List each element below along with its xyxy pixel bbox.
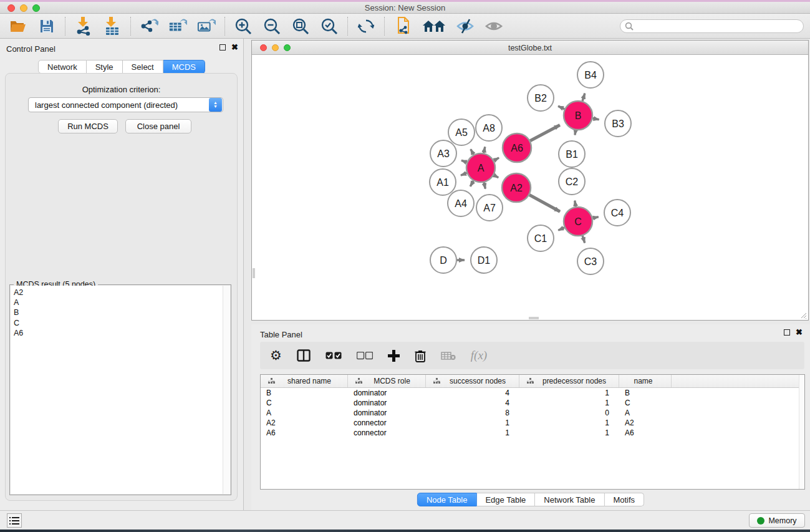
cell-MCDS-role[interactable]: dominator [348, 389, 426, 397]
edge-A-A6[interactable] [494, 158, 499, 160]
edge-A-A4[interactable] [470, 181, 473, 186]
edge-A-A3[interactable] [461, 160, 467, 162]
zoom-selected-icon[interactable] [320, 17, 339, 36]
column-view-icon[interactable] [297, 349, 311, 362]
column-header-MCDS-role[interactable]: MCDS role [348, 375, 426, 387]
cell-predecessor-nodes[interactable]: 1 [519, 389, 619, 397]
node-A1[interactable]: A1 [430, 169, 456, 195]
cell-name[interactable]: A2 [619, 418, 672, 427]
cell-name[interactable]: B [619, 389, 672, 397]
edge-A-A8[interactable] [484, 147, 485, 153]
import-network-icon[interactable] [74, 17, 93, 36]
import-table-icon[interactable] [103, 17, 122, 36]
cell-predecessor-nodes[interactable]: 1 [519, 399, 619, 407]
cell-MCDS-role[interactable]: connector [348, 428, 426, 437]
cell-predecessor-nodes[interactable]: 1 [519, 418, 619, 427]
criterion-select[interactable]: largest connected component (directed) ▲… [28, 97, 223, 112]
hide-unhide-icon[interactable] [456, 17, 475, 36]
edge-A2-C[interactable] [529, 195, 560, 211]
node-B[interactable]: B [564, 101, 592, 130]
node-A[interactable]: A [466, 153, 495, 182]
cell-predecessor-nodes[interactable]: 0 [519, 409, 619, 417]
tab-node-table[interactable]: Node Table [417, 493, 477, 506]
table-scrollbar[interactable] [799, 375, 804, 489]
tab-select[interactable]: Select [123, 60, 163, 74]
column-header-name[interactable]: name [619, 375, 672, 387]
tab-motifs[interactable]: Motifs [604, 493, 644, 506]
node-A7[interactable]: A7 [476, 195, 503, 221]
delete-column-icon[interactable] [415, 349, 426, 362]
mcds-result-list[interactable]: A2ABCA6 [11, 286, 223, 494]
float-panel-icon[interactable] [219, 44, 226, 51]
export-network-icon[interactable] [140, 17, 158, 36]
edge-B-B2[interactable] [558, 106, 564, 109]
table-row[interactable]: Adominator80A [261, 408, 804, 418]
node-D[interactable]: D [430, 247, 456, 273]
node-B1[interactable]: B1 [559, 141, 585, 167]
save-session-icon[interactable] [37, 17, 56, 36]
tab-mcds[interactable]: MCDS [163, 60, 205, 74]
cell-name[interactable]: C [619, 399, 672, 407]
node-B2[interactable]: B2 [528, 85, 554, 111]
result-item[interactable]: A [14, 297, 223, 307]
node-C4[interactable]: C4 [604, 200, 630, 226]
node-A5[interactable]: A5 [448, 119, 475, 145]
cell-successor-nodes[interactable]: 8 [426, 409, 519, 417]
cell-shared-name[interactable]: A2 [261, 418, 348, 427]
edge-B-B1[interactable] [575, 130, 576, 135]
cell-shared-name[interactable]: A6 [261, 428, 348, 437]
zoom-in-icon[interactable] [234, 17, 253, 36]
column-header-predecessor-nodes[interactable]: predecessor nodes [519, 375, 619, 387]
close-table-panel-icon[interactable]: ✖ [796, 329, 803, 336]
search-input[interactable] [620, 19, 804, 33]
cell-MCDS-role[interactable]: dominator [348, 399, 426, 407]
node-C1[interactable]: C1 [528, 225, 554, 251]
edge-B-B4[interactable] [582, 94, 585, 101]
cell-successor-nodes[interactable]: 1 [426, 418, 519, 427]
cell-predecessor-nodes[interactable]: 1 [519, 428, 619, 437]
home-levels-icon[interactable] [422, 17, 446, 36]
node-D1[interactable]: D1 [471, 247, 497, 273]
edge-C-C1[interactable] [558, 228, 564, 230]
open-session-icon[interactable] [9, 17, 27, 36]
node-A6[interactable]: A6 [503, 133, 531, 162]
run-mcds-button[interactable]: Run MCDS [58, 119, 118, 133]
column-header-successor-nodes[interactable]: successor nodes [426, 375, 519, 387]
result-item[interactable]: C [14, 318, 223, 328]
close-panel-icon[interactable]: ✖ [231, 44, 238, 51]
tab-network-table[interactable]: Network Table [535, 493, 604, 506]
zoom-out-icon[interactable] [263, 17, 281, 36]
canvas-vscroll-nub[interactable] [253, 268, 255, 278]
node-B3[interactable]: B3 [605, 110, 631, 137]
node-A2[interactable]: A2 [502, 173, 531, 202]
zoom-fit-icon[interactable] [291, 17, 310, 36]
edge-A-A1[interactable] [461, 173, 467, 175]
node-A3[interactable]: A3 [430, 140, 456, 167]
edge-A-A7[interactable] [484, 182, 485, 188]
refresh-layout-icon[interactable] [357, 17, 375, 36]
select-all-columns-icon[interactable] [325, 352, 342, 360]
table-row[interactable]: A2connector11A2 [261, 418, 804, 428]
table-row[interactable]: Bdominator41B [261, 388, 804, 398]
cell-shared-name[interactable]: B [261, 389, 348, 397]
node-B4[interactable]: B4 [577, 62, 604, 88]
node-A4[interactable]: A4 [448, 190, 474, 216]
cell-successor-nodes[interactable]: 4 [426, 389, 519, 397]
export-table-icon[interactable] [168, 17, 187, 36]
network-graph[interactable]: AA1A2A3A4A5A6A7A8BB1B2B3B4CC1C2C3C4DD1 [252, 55, 808, 320]
node-C2[interactable]: C2 [559, 168, 585, 195]
node-C3[interactable]: C3 [577, 248, 604, 274]
resize-grip-icon[interactable] [799, 311, 807, 319]
close-panel-button[interactable]: Close panel [125, 119, 191, 133]
tab-style[interactable]: Style [87, 60, 123, 74]
cell-successor-nodes[interactable]: 4 [426, 399, 519, 407]
cell-successor-nodes[interactable]: 1 [426, 428, 519, 437]
column-header-shared-name[interactable]: shared name [261, 375, 348, 387]
edge-A6-B[interactable] [530, 125, 560, 140]
cell-MCDS-role[interactable]: connector [348, 418, 426, 427]
node-A8[interactable]: A8 [476, 115, 502, 141]
cell-shared-name[interactable]: C [261, 399, 348, 407]
edge-A-A5[interactable] [471, 149, 474, 155]
delete-table-icon[interactable] [441, 351, 456, 360]
cell-shared-name[interactable]: A [261, 409, 348, 417]
